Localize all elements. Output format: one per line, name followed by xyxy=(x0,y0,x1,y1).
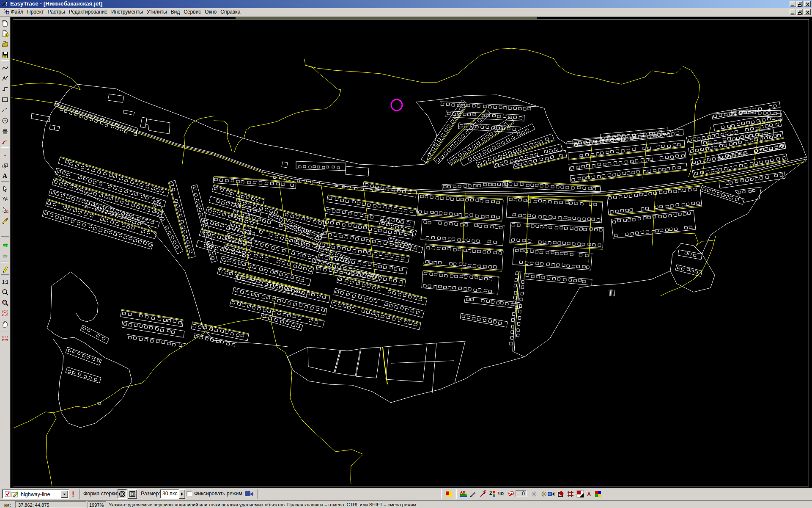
svg-text:1:1: 1:1 xyxy=(2,280,8,284)
svg-text:A: A xyxy=(587,491,591,497)
svg-text:!: ! xyxy=(498,491,499,496)
svg-text:A: A xyxy=(3,172,7,179)
svg-text:ID: ID xyxy=(499,491,504,496)
svg-text:Z: Z xyxy=(489,491,492,496)
svg-text:Att: Att xyxy=(460,490,466,494)
svg-text:xy: xy xyxy=(2,19,5,22)
svg-text:0 1 2: 0 1 2 xyxy=(2,336,8,339)
